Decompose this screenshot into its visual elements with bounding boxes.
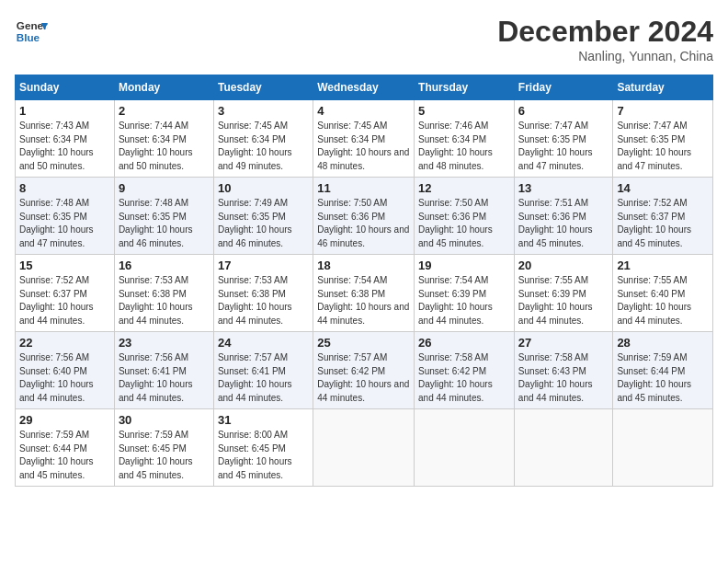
day-number: 10 bbox=[218, 181, 309, 195]
logo: General Blue bbox=[15, 15, 48, 48]
day-number: 20 bbox=[518, 259, 609, 272]
header-saturday: Saturday bbox=[613, 75, 713, 100]
day-number: 29 bbox=[19, 413, 110, 427]
calendar-row: 22 Sunrise: 7:56 AM Sunset: 6:40 PM Dayl… bbox=[16, 332, 713, 409]
day-number: 26 bbox=[418, 336, 510, 350]
calendar-cell: 4 Sunrise: 7:45 AM Sunset: 6:34 PM Dayli… bbox=[313, 100, 415, 178]
calendar-cell: 6 Sunrise: 7:47 AM Sunset: 6:35 PM Dayli… bbox=[514, 100, 613, 178]
day-number: 5 bbox=[418, 104, 510, 118]
calendar-cell: 30 Sunrise: 7:59 AM Sunset: 6:45 PM Dayl… bbox=[114, 409, 213, 487]
calendar-cell: 9 Sunrise: 7:48 AM Sunset: 6:35 PM Dayli… bbox=[114, 178, 213, 255]
day-info: Sunrise: 7:57 AM Sunset: 6:42 PM Dayligh… bbox=[317, 351, 410, 405]
day-info: Sunrise: 7:50 AM Sunset: 6:36 PM Dayligh… bbox=[317, 197, 410, 250]
calendar-cell bbox=[415, 409, 515, 487]
day-info: Sunrise: 7:59 AM Sunset: 6:44 PM Dayligh… bbox=[617, 351, 709, 405]
calendar-cell: 23 Sunrise: 7:56 AM Sunset: 6:41 PM Dayl… bbox=[114, 332, 213, 409]
calendar-cell: 15 Sunrise: 7:52 AM Sunset: 6:37 PM Dayl… bbox=[16, 255, 115, 332]
day-info: Sunrise: 7:45 AM Sunset: 6:34 PM Dayligh… bbox=[218, 120, 309, 173]
day-info: Sunrise: 7:53 AM Sunset: 6:38 PM Dayligh… bbox=[119, 274, 210, 327]
day-info: Sunrise: 7:45 AM Sunset: 6:34 PM Dayligh… bbox=[317, 120, 410, 173]
calendar-cell: 28 Sunrise: 7:59 AM Sunset: 6:44 PM Dayl… bbox=[613, 332, 713, 409]
day-info: Sunrise: 7:55 AM Sunset: 6:40 PM Dayligh… bbox=[617, 274, 709, 327]
day-info: Sunrise: 7:55 AM Sunset: 6:39 PM Dayligh… bbox=[518, 274, 609, 327]
location: Nanling, Yunnan, China bbox=[497, 49, 713, 63]
calendar-cell: 10 Sunrise: 7:49 AM Sunset: 6:35 PM Dayl… bbox=[213, 178, 313, 255]
calendar-cell: 26 Sunrise: 7:58 AM Sunset: 6:42 PM Dayl… bbox=[415, 332, 515, 409]
calendar-cell: 25 Sunrise: 7:57 AM Sunset: 6:42 PM Dayl… bbox=[313, 332, 415, 409]
day-info: Sunrise: 7:56 AM Sunset: 6:41 PM Dayligh… bbox=[119, 351, 210, 405]
day-info: Sunrise: 7:52 AM Sunset: 6:37 PM Dayligh… bbox=[19, 274, 110, 327]
month-title: December 2024 bbox=[497, 15, 713, 49]
day-info: Sunrise: 7:47 AM Sunset: 6:35 PM Dayligh… bbox=[617, 120, 709, 173]
day-info: Sunrise: 7:54 AM Sunset: 6:39 PM Dayligh… bbox=[418, 274, 510, 327]
header-tuesday: Tuesday bbox=[213, 75, 313, 100]
day-info: Sunrise: 7:43 AM Sunset: 6:34 PM Dayligh… bbox=[19, 120, 110, 173]
calendar-cell: 5 Sunrise: 7:46 AM Sunset: 6:34 PM Dayli… bbox=[415, 100, 515, 178]
header-sunday: Sunday bbox=[16, 75, 115, 100]
day-number: 15 bbox=[19, 259, 110, 272]
day-number: 1 bbox=[19, 104, 110, 118]
day-number: 3 bbox=[218, 104, 309, 118]
day-number: 12 bbox=[418, 181, 510, 195]
title-area: December 2024 Nanling, Yunnan, China bbox=[497, 15, 713, 63]
day-info: Sunrise: 7:59 AM Sunset: 6:45 PM Dayligh… bbox=[119, 429, 210, 482]
header-thursday: Thursday bbox=[415, 75, 515, 100]
calendar-cell: 20 Sunrise: 7:55 AM Sunset: 6:39 PM Dayl… bbox=[514, 255, 613, 332]
day-number: 28 bbox=[617, 336, 709, 350]
day-number: 30 bbox=[119, 413, 210, 427]
day-info: Sunrise: 7:48 AM Sunset: 6:35 PM Dayligh… bbox=[119, 197, 210, 250]
calendar-cell: 1 Sunrise: 7:43 AM Sunset: 6:34 PM Dayli… bbox=[16, 100, 115, 178]
day-number: 2 bbox=[119, 104, 210, 118]
logo-icon: General Blue bbox=[15, 15, 48, 48]
calendar-cell: 22 Sunrise: 7:56 AM Sunset: 6:40 PM Dayl… bbox=[16, 332, 115, 409]
day-info: Sunrise: 7:58 AM Sunset: 6:43 PM Dayligh… bbox=[518, 351, 609, 405]
calendar-cell: 16 Sunrise: 7:53 AM Sunset: 6:38 PM Dayl… bbox=[114, 255, 213, 332]
calendar-cell: 27 Sunrise: 7:58 AM Sunset: 6:43 PM Dayl… bbox=[514, 332, 613, 409]
calendar-cell: 3 Sunrise: 7:45 AM Sunset: 6:34 PM Dayli… bbox=[213, 100, 313, 178]
day-number: 17 bbox=[218, 259, 309, 272]
calendar-cell: 18 Sunrise: 7:54 AM Sunset: 6:38 PM Dayl… bbox=[313, 255, 415, 332]
day-number: 9 bbox=[119, 181, 210, 195]
calendar-cell: 24 Sunrise: 7:57 AM Sunset: 6:41 PM Dayl… bbox=[213, 332, 313, 409]
day-info: Sunrise: 8:00 AM Sunset: 6:45 PM Dayligh… bbox=[218, 429, 309, 482]
day-number: 25 bbox=[317, 336, 410, 350]
day-number: 4 bbox=[317, 104, 410, 118]
day-info: Sunrise: 7:51 AM Sunset: 6:36 PM Dayligh… bbox=[518, 197, 609, 250]
day-number: 24 bbox=[218, 336, 309, 350]
calendar-cell: 14 Sunrise: 7:52 AM Sunset: 6:37 PM Dayl… bbox=[613, 178, 713, 255]
day-info: Sunrise: 7:56 AM Sunset: 6:40 PM Dayligh… bbox=[19, 351, 110, 405]
day-info: Sunrise: 7:53 AM Sunset: 6:38 PM Dayligh… bbox=[218, 274, 309, 327]
svg-text:Blue: Blue bbox=[17, 31, 40, 43]
calendar-row: 1 Sunrise: 7:43 AM Sunset: 6:34 PM Dayli… bbox=[16, 100, 713, 178]
day-number: 18 bbox=[317, 259, 410, 272]
day-number: 31 bbox=[218, 413, 309, 427]
calendar-cell: 13 Sunrise: 7:51 AM Sunset: 6:36 PM Dayl… bbox=[514, 178, 613, 255]
calendar-cell: 19 Sunrise: 7:54 AM Sunset: 6:39 PM Dayl… bbox=[415, 255, 515, 332]
day-number: 27 bbox=[518, 336, 609, 350]
header-monday: Monday bbox=[114, 75, 213, 100]
calendar-row: 15 Sunrise: 7:52 AM Sunset: 6:37 PM Dayl… bbox=[16, 255, 713, 332]
day-number: 23 bbox=[119, 336, 210, 350]
calendar-cell: 7 Sunrise: 7:47 AM Sunset: 6:35 PM Dayli… bbox=[613, 100, 713, 178]
calendar-cell: 31 Sunrise: 8:00 AM Sunset: 6:45 PM Dayl… bbox=[213, 409, 313, 487]
day-info: Sunrise: 7:49 AM Sunset: 6:35 PM Dayligh… bbox=[218, 197, 309, 250]
calendar-row: 29 Sunrise: 7:59 AM Sunset: 6:44 PM Dayl… bbox=[16, 409, 713, 487]
day-number: 22 bbox=[19, 336, 110, 350]
calendar-cell bbox=[313, 409, 415, 487]
day-number: 11 bbox=[317, 181, 410, 195]
calendar-row: 8 Sunrise: 7:48 AM Sunset: 6:35 PM Dayli… bbox=[16, 178, 713, 255]
calendar-table: Sunday Monday Tuesday Wednesday Thursday… bbox=[15, 75, 713, 487]
header-wednesday: Wednesday bbox=[313, 75, 415, 100]
calendar-cell: 11 Sunrise: 7:50 AM Sunset: 6:36 PM Dayl… bbox=[313, 178, 415, 255]
day-info: Sunrise: 7:54 AM Sunset: 6:38 PM Dayligh… bbox=[317, 274, 410, 327]
calendar-cell: 12 Sunrise: 7:50 AM Sunset: 6:36 PM Dayl… bbox=[415, 178, 515, 255]
calendar-cell: 8 Sunrise: 7:48 AM Sunset: 6:35 PM Dayli… bbox=[16, 178, 115, 255]
day-number: 8 bbox=[19, 181, 110, 195]
day-number: 16 bbox=[119, 259, 210, 272]
calendar-cell: 29 Sunrise: 7:59 AM Sunset: 6:44 PM Dayl… bbox=[16, 409, 115, 487]
day-info: Sunrise: 7:50 AM Sunset: 6:36 PM Dayligh… bbox=[418, 197, 510, 250]
day-number: 6 bbox=[518, 104, 609, 118]
day-number: 19 bbox=[418, 259, 510, 272]
day-number: 14 bbox=[617, 181, 709, 195]
day-number: 21 bbox=[617, 259, 709, 272]
